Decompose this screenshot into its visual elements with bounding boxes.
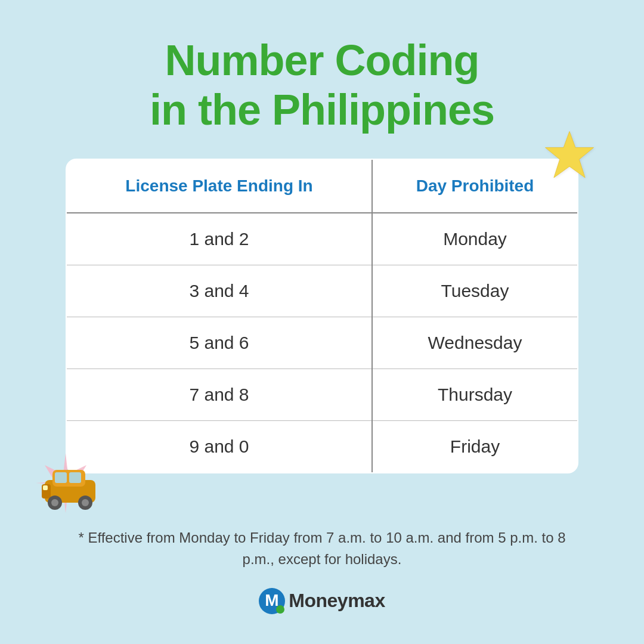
star-decoration [543,129,596,182]
svg-point-9 [51,499,58,506]
svg-rect-7 [43,485,48,490]
svg-rect-5 [69,472,81,483]
footnote-text: * Effective from Monday to Friday from 7… [78,527,566,570]
prohibited-day: Monday [372,213,578,265]
car-decoration [24,441,119,521]
col-header-plate: License Plate Ending In [66,159,372,213]
table-row: 5 and 6Wednesday [66,317,578,369]
svg-marker-0 [546,131,594,177]
plate-ending: 7 and 8 [66,369,372,420]
logo-icon: M [259,588,285,614]
logo: M Moneymax [259,588,385,614]
plate-ending: 3 and 4 [66,265,372,317]
table-row: 3 and 4Tuesday [66,265,578,317]
logo-text: Moneymax [289,590,385,612]
prohibited-day: Thursday [372,369,578,420]
coding-table: License Plate Ending In Day Prohibited 1… [66,159,578,473]
svg-point-11 [82,499,89,506]
table-row: 1 and 2Monday [66,213,578,265]
svg-text:M: M [265,591,279,609]
svg-rect-4 [55,472,67,483]
prohibited-day: Wednesday [372,317,578,369]
plate-ending: 5 and 6 [66,317,372,369]
table-row: 7 and 8Thursday [66,369,578,420]
plate-ending: 1 and 2 [66,213,372,265]
page-title: Number Coding in the Philippines [150,36,494,135]
svg-point-14 [276,605,284,614]
prohibited-day: Tuesday [372,265,578,317]
table-wrapper: License Plate Ending In Day Prohibited 1… [66,159,578,473]
table-row: 9 and 0Friday [66,420,578,473]
prohibited-day: Friday [372,420,578,473]
page-container: Number Coding in the Philippines [0,0,644,644]
